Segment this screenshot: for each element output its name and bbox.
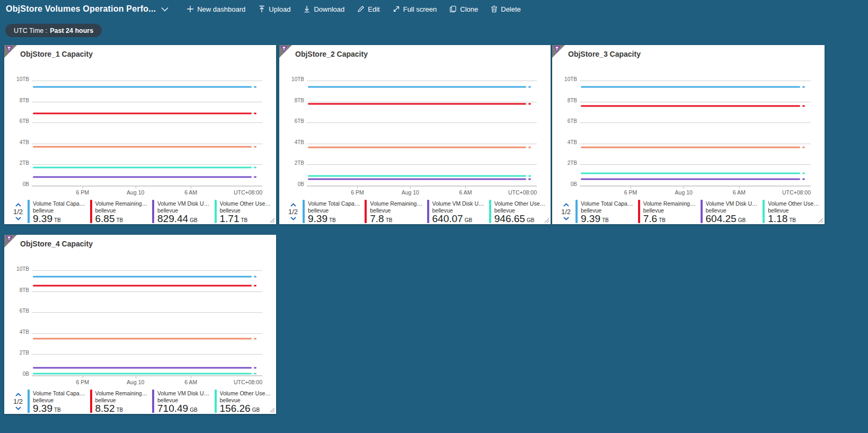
chevron-up-icon bbox=[290, 203, 296, 207]
legend-page-down-button[interactable] bbox=[563, 216, 569, 221]
legend-item[interactable]: Volume Total Capacit...bellevue9.39TB bbox=[575, 200, 634, 223]
gridline bbox=[307, 122, 537, 123]
metric-value: 946.65GB bbox=[494, 214, 547, 226]
legend-items: Volume Total Capacit...bellevue9.39TBVol… bbox=[28, 200, 273, 223]
timezone-label: UTC+08:00 bbox=[234, 379, 262, 385]
legend-text: Volume Remaining Cap...bellevue7.8TB bbox=[370, 200, 423, 223]
download-button[interactable]: Download bbox=[303, 5, 344, 13]
gridline bbox=[32, 164, 262, 165]
upload-icon bbox=[258, 5, 265, 13]
tile-objstore-3-capacity[interactable]: ObjStore_3 Capacity 10TB8TB6TB4TB2TB0B U… bbox=[552, 45, 825, 224]
tile-objstore-4-capacity[interactable]: ObjStore_4 Capacity 10TB8TB6TB4TB2TB0B U… bbox=[4, 235, 276, 414]
legend-text: Volume Total Capacit...bellevue9.39TB bbox=[581, 200, 634, 223]
chevron-down-icon bbox=[290, 217, 296, 220]
series-line bbox=[581, 86, 800, 88]
fullscreen-button[interactable]: Full screen bbox=[393, 5, 437, 13]
legend-text: Volume VM Disk Used ...bellevue640.07GB bbox=[432, 200, 485, 223]
upload-button[interactable]: Upload bbox=[258, 5, 290, 13]
y-axis-label: 0B bbox=[23, 181, 29, 187]
metric-name: Volume Remaining Cap... bbox=[643, 200, 697, 207]
series-endpoint bbox=[528, 178, 531, 180]
legend-color-bar bbox=[489, 200, 491, 223]
x-axis-tick bbox=[83, 376, 83, 378]
tile-objstore-2-capacity[interactable]: ObjStore_2 Capacity 10TB8TB6TB4TB2TB0B U… bbox=[279, 45, 551, 224]
tile-title: ObjStore_2 Capacity bbox=[295, 50, 368, 58]
metric-value: 1.18TB bbox=[768, 214, 821, 226]
legend-item[interactable]: Volume Total Capacit...bellevue9.39TB bbox=[303, 200, 361, 223]
legend-page-down-button[interactable] bbox=[15, 216, 21, 221]
series-line bbox=[33, 167, 252, 169]
series-endpoint bbox=[254, 176, 256, 178]
x-axis-label: 6 PM bbox=[76, 189, 89, 196]
legend-item[interactable]: Volume VM Disk Used ...bellevue710.49GB bbox=[152, 390, 211, 413]
tile-resize-handle[interactable] bbox=[269, 217, 275, 223]
legend-page-down-button[interactable] bbox=[15, 406, 21, 411]
tile-resize-handle[interactable] bbox=[818, 217, 823, 223]
legend-item[interactable]: Volume VM Disk Used ...bellevue604.25GB bbox=[701, 200, 759, 223]
time-filter-value: Past 24 hours bbox=[50, 27, 93, 34]
tile-resize-handle[interactable] bbox=[269, 407, 275, 413]
delete-button[interactable]: Delete bbox=[491, 5, 521, 13]
gridline bbox=[32, 81, 262, 81]
filter-funnel-icon bbox=[6, 46, 12, 52]
fullscreen-icon bbox=[393, 5, 400, 13]
legend-item[interactable]: Volume VM Disk Used ...bellevue829.44GB bbox=[152, 200, 211, 223]
legend-item[interactable]: Volume Other Used Ca...bellevue1.71TB bbox=[215, 200, 273, 223]
tile-title: ObjStore_4 Capacity bbox=[20, 240, 93, 248]
metric-name: Volume Total Capacit... bbox=[308, 200, 361, 207]
y-axis-label: 8TB bbox=[20, 287, 29, 293]
legend-item[interactable]: Volume Remaining Cap...bellevue6.85TB bbox=[90, 200, 149, 223]
x-axis-label: Aug 10 bbox=[127, 189, 144, 196]
y-axis-label: 4TB bbox=[295, 139, 304, 145]
y-axis-label: 10TB bbox=[16, 266, 29, 272]
legend-item[interactable]: Volume Remaining Cap...bellevue7.6TB bbox=[638, 200, 697, 223]
metric-unit: TB bbox=[241, 217, 247, 223]
x-axis-tick bbox=[410, 187, 411, 189]
legend-page-up-button[interactable] bbox=[15, 392, 21, 397]
y-axis-label: 2TB bbox=[568, 160, 577, 166]
series-line bbox=[581, 179, 800, 180]
clone-button[interactable]: Clone bbox=[449, 5, 478, 13]
tile-objstore-1-capacity[interactable]: ObjStore_1 Capacity 10TB8TB6TB4TB2TB0B U… bbox=[4, 45, 276, 224]
legend-page-up-button[interactable] bbox=[290, 202, 296, 207]
legend-item[interactable]: Volume Remaining Cap...bellevue7.8TB bbox=[365, 200, 423, 223]
plus-icon bbox=[187, 5, 194, 13]
legend-page-up-button[interactable] bbox=[15, 202, 21, 207]
x-axis-tick bbox=[136, 376, 136, 378]
metric-name: Volume Other Used Ca... bbox=[494, 200, 547, 207]
legend-item[interactable]: Volume VM Disk Used ...bellevue640.07GB bbox=[427, 200, 485, 223]
dashboard-title[interactable]: ObjStore Volumes Operation Perfo... bbox=[6, 4, 156, 14]
legend-item[interactable]: Volume Other Used Ca...bellevue946.65GB bbox=[489, 200, 547, 223]
timezone-label: UTC+08:00 bbox=[234, 189, 262, 196]
gridline bbox=[32, 354, 262, 355]
metric-value: 9.39TB bbox=[581, 214, 634, 226]
metric-name: Volume VM Disk Used ... bbox=[157, 390, 211, 397]
metric-name: Volume Other Used Ca... bbox=[220, 200, 273, 207]
x-axis-tick bbox=[739, 187, 740, 189]
legend-item[interactable]: Volume Remaining Cap...bellevue8.52TB bbox=[90, 390, 149, 413]
legend-items: Volume Total Capacit...bellevue9.39TBVol… bbox=[28, 390, 273, 413]
tile-resize-handle[interactable] bbox=[544, 217, 550, 223]
chart-legend: 1/2 Volume Total Capacit...bellevue9.39T… bbox=[8, 200, 273, 223]
time-range-filter[interactable]: UTC Time : Past 24 hours bbox=[5, 24, 102, 37]
legend-page-up-button[interactable] bbox=[563, 202, 569, 207]
x-axis: UTC+08:006 PMAug 106 AM bbox=[307, 186, 537, 197]
metric-unit: TB bbox=[116, 217, 123, 223]
series-endpoint bbox=[254, 367, 256, 369]
legend-page-down-button[interactable] bbox=[290, 216, 296, 221]
metric-value: 156.26GB bbox=[220, 403, 273, 416]
metric-value: 710.49GB bbox=[157, 403, 211, 416]
legend-item[interactable]: Volume Total Capacit...bellevue9.39TB bbox=[28, 200, 86, 223]
legend-item[interactable]: Volume Other Used Ca...bellevue156.26GB bbox=[215, 390, 273, 413]
delete-icon bbox=[491, 5, 498, 13]
chevron-up-icon bbox=[15, 393, 21, 396]
legend-item[interactable]: Volume Total Capacit...bellevue9.39TB bbox=[28, 390, 86, 413]
x-axis: UTC+08:006 PMAug 106 AM bbox=[580, 186, 811, 197]
series-endpoint bbox=[528, 146, 531, 148]
dashboard-title-dropdown[interactable] bbox=[161, 7, 169, 12]
edit-button[interactable]: Edit bbox=[357, 5, 379, 13]
metric-value: 829.44GB bbox=[157, 214, 211, 226]
metric-name: Volume Total Capacit... bbox=[33, 390, 86, 397]
new-dashboard-button[interactable]: New dashboard bbox=[187, 5, 245, 13]
legend-item[interactable]: Volume Other Used Ca...bellevue1.18TB bbox=[763, 200, 821, 223]
